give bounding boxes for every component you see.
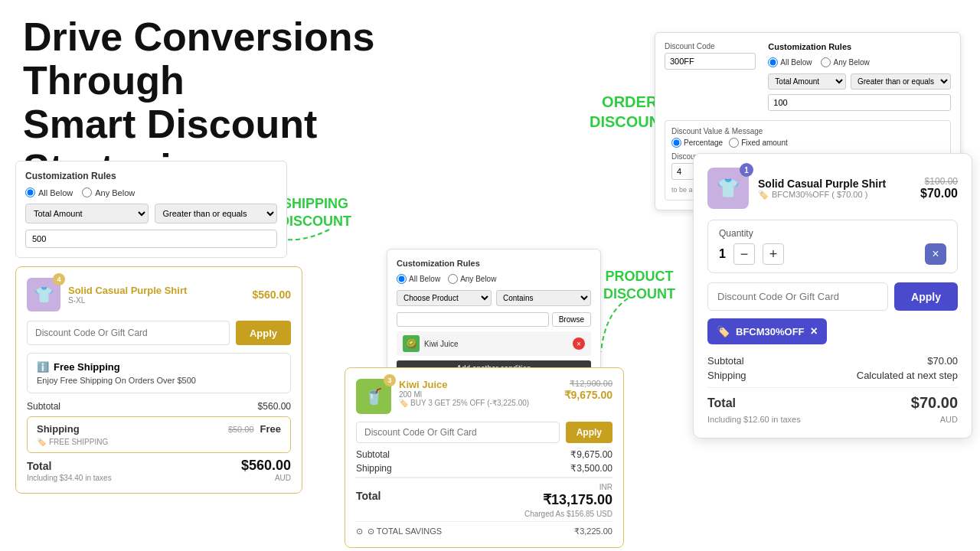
applied-tag-icon: 🏷️ [717, 325, 730, 337]
checkout-product-name: Solid Casual Purple Shirt [758, 178, 911, 190]
label-product-discount: PRODUCTDISCOUNT [603, 268, 675, 304]
middle-config-title: Customization Rules [397, 259, 591, 268]
kiwi-cart-product-row: 🥤 3 Kiwi Juice 200 Ml 🏷️ BUY 3 GET 25% O… [356, 379, 612, 414]
free-shipping-desc: Enjoy Free Shipping On Orders Over $500 [37, 376, 281, 385]
cart-discount-input-row: Apply [27, 321, 291, 345]
kiwi-final-price: ₹9,675.00 [564, 389, 613, 401]
admin-dv-section-label: Discount Value & Message [671, 127, 944, 135]
total-label: Total [27, 460, 51, 472]
kiwi-product-info: Kiwi Juice 200 Ml 🏷️ BUY 3 GET 25% OFF (… [399, 379, 557, 407]
kiwi-total-amount: ₹13,175.00 [543, 492, 612, 507]
shipping-label: Shipping [37, 423, 80, 435]
left-operator-select[interactable]: Greater than or equals [155, 204, 278, 223]
left-config-panel: Customization Rules All Below Any Below … [15, 161, 287, 258]
checkout-original-price: $100.00 [920, 176, 958, 187]
cart-product-price: $560.00 [252, 289, 291, 301]
tag-icon: 🏷️ [399, 399, 408, 407]
browse-button[interactable]: Browse [552, 312, 591, 327]
checkout-final-price: $70.00 [920, 187, 958, 201]
kiwi-product-name: Kiwi Juice [399, 379, 557, 390]
admin-amount-input[interactable] [768, 94, 951, 111]
checkout-subtotal-row: Subtotal $70.00 [707, 355, 958, 367]
qty-minus-button[interactable]: − [733, 243, 755, 265]
checkout-discount-tag: 🏷️ BFCM30%OFF ( $70.00 ) [758, 190, 911, 200]
checkout-product-image: 👕 1 [707, 168, 749, 209]
shipping-free: Free [260, 423, 281, 435]
free-shipping-title: ℹ️ Free Shipping [37, 361, 281, 373]
checkout-totals: Subtotal $70.00 Shipping Calculated at n… [707, 355, 958, 424]
qty-close-button[interactable]: × [925, 243, 946, 265]
subtotal-row: Subtotal $560.00 [27, 401, 291, 412]
cart-badge: 4 [53, 273, 65, 285]
kiwi-product-variant: 200 Ml [399, 390, 557, 399]
mid-product-select[interactable]: Choose Product [397, 290, 492, 306]
checkout-tag-icon: 🏷️ [758, 190, 769, 200]
kiwi-subtotal-row: Subtotal ₹9,675.00 [356, 449, 612, 460]
cart-product-image: 👕 4 [27, 278, 60, 311]
checkout-total-amount: $70.00 [911, 394, 958, 412]
kiwi-name: Kiwi Juice [424, 340, 568, 348]
checkout-badge: 1 [740, 163, 753, 177]
total-amount: $560.00 [241, 458, 291, 474]
kiwi-total-row: Total INR ₹13,175.00 [356, 477, 612, 508]
admin-select-row: Total Amount Greater than or equals [768, 73, 951, 90]
admin-total-amount-select[interactable]: Total Amount [768, 73, 846, 90]
kiwi-item-row: 🥝 Kiwi Juice × [397, 331, 591, 356]
shirt-icon: 👕 [34, 285, 54, 304]
admin-operator-select[interactable]: Greater than or equals [851, 73, 951, 90]
search-browse-row: Browse [397, 312, 591, 327]
checkout-tax-row: Including $12.60 in taxes AUD [707, 415, 958, 424]
qty-plus-button[interactable]: + [763, 243, 784, 265]
free-shipping-box: ℹ️ Free Shipping Enjoy Free Shipping On … [27, 353, 291, 393]
left-total-amount-select[interactable]: Total Amount [25, 204, 149, 223]
quantity-box: Quantity 1 − + × [707, 220, 958, 273]
checkout-total-label: Total [707, 396, 736, 410]
cart-discount-input[interactable] [27, 321, 230, 345]
quantity-label: Quantity [719, 228, 946, 239]
checkout-discount-input[interactable] [707, 282, 888, 311]
checkout-shirt-icon: 👕 [717, 178, 740, 199]
cart-product-variant: S-XL [68, 296, 244, 305]
left-amount-input[interactable] [25, 230, 277, 248]
shipping-box: Shipping $50.00 Free 🏷️ FREE SHIPPING [27, 416, 291, 453]
applied-code-tag: 🏷️ BFCM30%OFF × [707, 318, 827, 344]
shipping-tag: 🏷️ FREE SHIPPING [37, 438, 281, 446]
quantity-value: 1 [719, 247, 726, 261]
kiwi-shipping-row: Shipping ₹3,500.00 [356, 463, 612, 474]
tax-row: Including $34.40 in taxes AUD [27, 474, 291, 482]
kiwi-prices: ₹12,900.00 ₹9,675.00 [564, 379, 613, 401]
left-config-title: Customization Rules [25, 171, 277, 181]
cart-totals: Subtotal $560.00 Shipping $50.00 Free 🏷️… [27, 401, 291, 482]
admin-discount-code-input[interactable] [665, 53, 756, 70]
cart-apply-button[interactable]: Apply [236, 321, 291, 345]
kiwi-cart-image: 🥤 3 [356, 379, 391, 414]
checkout-shipping-row: Shipping Calculated at next step [707, 370, 958, 381]
remove-applied-code-button[interactable]: × [811, 324, 818, 338]
savings-icon: ⊙ [356, 527, 363, 536]
kiwi-savings-row: ⊙ ⊙ TOTAL SAVINGS ₹3,225.00 [356, 521, 612, 536]
checkout-total-row: Total $70.00 [707, 394, 958, 412]
quantity-controls: 1 − + × [719, 243, 946, 265]
kiwi-discount-input-row: Apply [356, 422, 612, 443]
kiwi-totals: Subtotal ₹9,675.00 Shipping ₹3,500.00 To… [356, 449, 612, 536]
kiwi-total-note: Charged As $156.85 USD [356, 510, 612, 518]
shipping-original: $50.00 [228, 425, 254, 434]
kiwi-badge: 3 [384, 374, 396, 386]
kiwi-bottle-icon: 🥤 [364, 387, 384, 406]
kiwi-apply-button[interactable]: Apply [566, 422, 612, 443]
checkout-product-info: Solid Casual Purple Shirt 🏷️ BFCM30%OFF … [758, 178, 911, 200]
admin-section-title: Customization Rules [768, 42, 951, 51]
cart-product-info: Solid Casual Purple Shirt S-XL [68, 285, 244, 305]
admin-discount-code-label: Discount Code [665, 42, 756, 51]
checkout-product-row: 👕 1 Solid Casual Purple Shirt 🏷️ BFCM30%… [707, 168, 958, 209]
checkout-apply-button[interactable]: Apply [894, 282, 958, 311]
kiwi-remove-button[interactable]: × [573, 337, 585, 350]
applied-code-text: BFCM30%OFF [736, 326, 805, 337]
mid-search-input[interactable] [397, 312, 549, 327]
kiwi-discount-input[interactable] [356, 422, 560, 443]
checkout-prices: $100.00 $70.00 [920, 176, 958, 201]
checkout-discount-input-row: Apply [707, 282, 958, 311]
kiwi-original-price: ₹12,900.00 [564, 379, 613, 389]
mid-operator-select[interactable]: Contains [496, 290, 591, 306]
cart-product-name: Solid Casual Purple Shirt [68, 285, 244, 296]
